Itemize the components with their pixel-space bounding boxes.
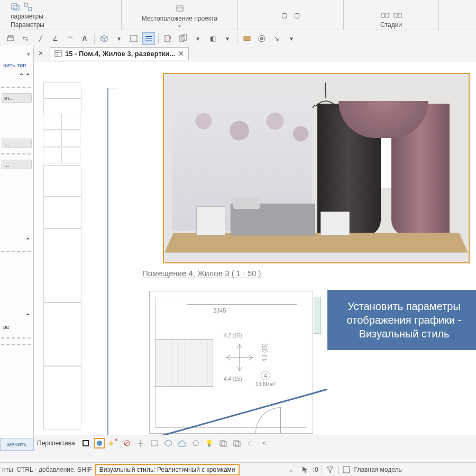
qat-arc-icon[interactable]: ◠: [63, 32, 76, 45]
svg-rect-8: [394, 13, 397, 17]
ribbon: параметры Параметры Местоположение проек…: [0, 0, 476, 30]
separator: [237, 33, 237, 44]
qat-align-icon[interactable]: ⇆: [19, 32, 32, 45]
panel-header-2[interactable]: ⌃: [0, 235, 33, 246]
panel-item-dots2[interactable]: ...: [2, 160, 32, 169]
crop-visible-icon[interactable]: [149, 438, 160, 448]
stage-icon-2[interactable]: [393, 11, 402, 20]
qat-close-icon[interactable]: [162, 32, 175, 45]
workspace: ▾ нить тип ⌃ ⌃ иг... ... ... ⌃ ⌃ ве ✕ 15…: [0, 45, 476, 451]
mid-icon-2[interactable]: ▢: [292, 11, 302, 20]
sun-path-icon[interactable]: ✕: [108, 438, 118, 448]
stages-label: Стадии: [380, 21, 402, 29]
mid-icon-1[interactable]: ▢: [280, 11, 289, 20]
ribbon-group-parameters: параметры Параметры: [0, 0, 122, 30]
select-count: :0: [313, 466, 318, 473]
filter-icon[interactable]: [325, 465, 335, 474]
qat-pattern-icon[interactable]: [255, 32, 268, 45]
edit-type-label[interactable]: нить тип: [0, 60, 33, 70]
render-icon[interactable]: [190, 438, 201, 448]
active-tab[interactable]: 15 - Пом.4, Жилое 3, развертки... ✕: [50, 47, 189, 60]
chandelier: [307, 93, 344, 114]
qat-dropdown-icon[interactable]: ▾: [113, 32, 125, 45]
plan-bed: [155, 339, 213, 387]
tab-close-icon[interactable]: ✕: [178, 50, 184, 58]
qat-angle-icon[interactable]: ∠: [49, 32, 61, 45]
svg-rect-6: [381, 13, 385, 17]
svg-rect-4: [177, 6, 183, 11]
drawing-canvas[interactable]: Помещение 4, Жилое 3 ( 1 : 50 ) 4.2 (15)…: [34, 61, 476, 435]
divider: [1, 337, 31, 338]
params-icon-1[interactable]: [11, 2, 20, 12]
dim-top: 2345: [213, 307, 226, 314]
close-tab-icon[interactable]: ✕: [36, 50, 45, 57]
panel-header[interactable]: ⌃ ⌃: [0, 70, 33, 81]
lock-3d-icon[interactable]: [163, 438, 173, 448]
location-icon[interactable]: [175, 4, 185, 14]
panel-item-ig[interactable]: иг...: [2, 93, 32, 103]
qat-cascade-icon[interactable]: ◧: [206, 32, 219, 45]
constraint-icon[interactable]: ⊏: [245, 438, 256, 448]
room-box: [167, 77, 465, 259]
visual-style-tooltip: Визуальный стиль: Реалистичный с кромкам…: [95, 464, 240, 475]
leader-arrow: [100, 88, 116, 435]
qat-tile-icon[interactable]: ▾: [191, 32, 204, 45]
visual-style-button[interactable]: [94, 438, 105, 448]
apply-button[interactable]: менить: [0, 438, 34, 451]
status-hint: нты, CTRL - добавление, SHIF: [2, 466, 92, 473]
divider: [1, 344, 31, 345]
qat-print-icon[interactable]: [4, 32, 17, 45]
svg-rect-12: [131, 35, 137, 42]
crop-icon[interactable]: ┼: [135, 438, 146, 448]
qat-dd-icon[interactable]: ▾: [285, 32, 298, 45]
qat-text-icon[interactable]: A: [78, 32, 91, 45]
sheet-icon: [54, 50, 62, 57]
nightstand-right: [321, 212, 350, 235]
reveal-icon[interactable]: [218, 438, 228, 448]
ribbon-group-mid: ▢ ▢: [238, 0, 344, 30]
svg-point-31: [109, 442, 113, 445]
view-control-bar: Перспектива ✕ ┼ 💡 ⊏ <: [34, 435, 476, 451]
params-sublabel: параметры: [11, 13, 43, 20]
dim-line: [187, 304, 297, 305]
reveal2-icon[interactable]: [232, 438, 242, 448]
svg-rect-10: [7, 37, 14, 41]
qat-switch-icon[interactable]: [177, 32, 189, 45]
panel-header-3[interactable]: ⌃: [0, 310, 33, 322]
qat-wall-icon[interactable]: [241, 32, 253, 45]
qat-3d-icon[interactable]: [98, 32, 111, 45]
bulb-icon[interactable]: 💡: [204, 438, 215, 448]
room-number: 4: [261, 371, 270, 380]
qat-thinlines-icon[interactable]: [142, 32, 155, 45]
svg-rect-3: [29, 7, 32, 11]
expand-left-icon[interactable]: <: [259, 438, 270, 448]
qat-ui-icon[interactable]: ▾: [221, 32, 234, 45]
qat-section-icon[interactable]: [127, 32, 140, 45]
model-label[interactable]: Главная модель: [354, 466, 402, 473]
plan-move-gizmo: [221, 339, 258, 376]
model-icon[interactable]: [342, 465, 351, 474]
stage-icon-1[interactable]: [380, 11, 390, 20]
floor-plan: 4.2 (15) 4.3 (15) 4.4 (15) 2345 4 13.60 …: [149, 291, 313, 434]
svg-rect-7: [386, 13, 389, 17]
shadows-icon[interactable]: [122, 438, 132, 448]
separator: [297, 465, 297, 474]
house-icon[interactable]: [177, 438, 187, 448]
status-dropdown-icon[interactable]: ⌄: [288, 466, 294, 473]
view-title[interactable]: Помещение 4, Жилое 3 ( 1 : 50 ): [142, 269, 261, 278]
plan-door: [255, 408, 281, 433]
svg-rect-30: [84, 441, 88, 445]
dim-e: 4.3 (15): [262, 343, 268, 361]
scale-label[interactable]: Перспектива: [37, 440, 75, 447]
select-icon[interactable]: [300, 465, 310, 474]
panel-item-dots[interactable]: ...: [2, 139, 32, 148]
params-icon-2[interactable]: [23, 2, 33, 12]
qat-measure-icon[interactable]: ↘: [270, 32, 283, 45]
close-panel[interactable]: ▾: [0, 49, 33, 60]
separator: [158, 33, 159, 44]
svg-rect-11: [8, 35, 13, 37]
scale-icon[interactable]: [80, 438, 91, 448]
qat-line-icon[interactable]: ╱: [34, 32, 47, 45]
callout-text: Установить параметры отображения графики…: [347, 300, 462, 340]
nightstand-left: [196, 206, 225, 235]
